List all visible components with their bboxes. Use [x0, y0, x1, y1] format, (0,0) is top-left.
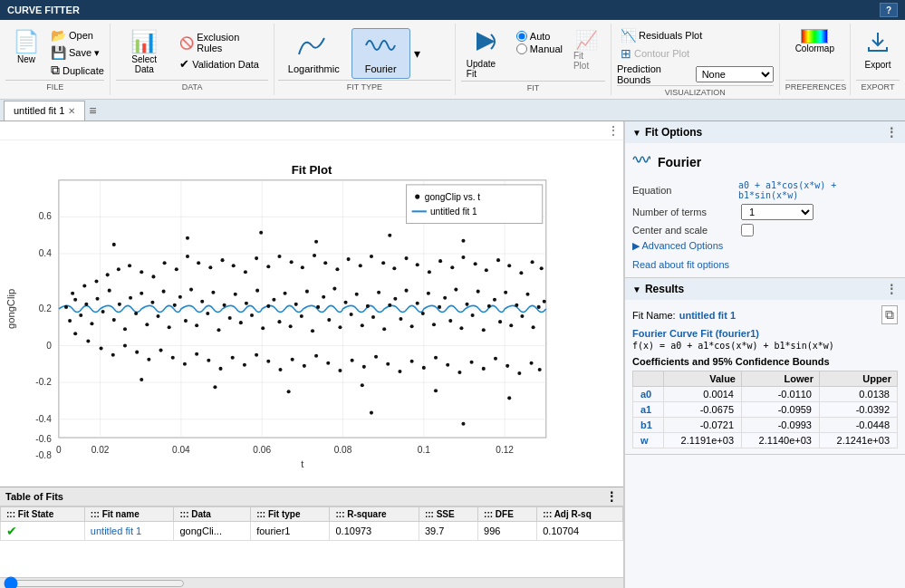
- results-cell-upper: -0.0448: [819, 418, 897, 433]
- center-scale-label: Center and scale: [632, 225, 741, 236]
- validation-data-button[interactable]: ✔ Validation Data: [176, 56, 268, 72]
- tab-close-button[interactable]: ✕: [68, 106, 75, 116]
- svg-point-63: [327, 318, 331, 322]
- svg-point-27: [129, 296, 132, 300]
- svg-point-79: [416, 302, 419, 305]
- svg-point-97: [515, 304, 518, 307]
- row-fit-type: fourier1: [251, 522, 330, 541]
- new-button[interactable]: 📄 New: [5, 27, 47, 66]
- fourier-button[interactable]: Fourier: [351, 28, 410, 79]
- tab-untitled-fit-1[interactable]: untitled fit 1 ✕: [4, 101, 85, 120]
- auto-radio-row[interactable]: Auto: [516, 31, 563, 42]
- logarithmic-button[interactable]: Logarithmic: [278, 28, 350, 79]
- fit-options-menu[interactable]: ⋮: [885, 125, 898, 140]
- duplicate-button[interactable]: ⧉ Duplicate: [47, 62, 108, 79]
- results-cell-name: b1: [633, 418, 664, 433]
- svg-point-46: [234, 293, 237, 296]
- svg-point-157: [218, 367, 222, 371]
- svg-point-85: [448, 319, 452, 323]
- svg-point-155: [195, 352, 198, 356]
- export-section-label: EXPORT: [856, 80, 900, 92]
- svg-point-184: [538, 368, 542, 371]
- fit-section-label: FIT: [461, 81, 605, 92]
- svg-point-54: [277, 320, 281, 323]
- chart-menu-button[interactable]: ⋮: [607, 123, 620, 138]
- svg-point-96: [509, 323, 513, 327]
- svg-point-94: [498, 320, 502, 323]
- row-r-square: 0.10973: [330, 522, 419, 541]
- auto-radio[interactable]: [516, 31, 527, 42]
- residuals-plot-icon: 📉: [621, 28, 636, 43]
- svg-point-158: [231, 356, 235, 360]
- x-tick-0: 0: [56, 445, 62, 455]
- save-button[interactable]: 💾 Save ▾: [47, 44, 108, 61]
- svg-point-53: [272, 298, 275, 302]
- export-icon: [865, 29, 891, 60]
- svg-point-75: [393, 297, 397, 301]
- svg-point-30: [145, 323, 149, 326]
- svg-point-141: [507, 264, 511, 267]
- residuals-plot-button[interactable]: 📉 Residuals Plot: [617, 27, 706, 43]
- num-terms-select[interactable]: 1234 5678: [741, 204, 814, 220]
- results-menu[interactable]: ⋮: [885, 282, 898, 296]
- svg-point-138: [474, 262, 477, 265]
- fit-options-header[interactable]: ▼ Fit Options ⋮: [625, 121, 905, 143]
- center-scale-checkbox[interactable]: [741, 224, 754, 236]
- check-icon: ✔: [6, 524, 17, 538]
- y-tick--0.2: -0.2: [35, 377, 52, 387]
- open-button[interactable]: 📂 Open: [47, 27, 108, 43]
- results-cell-upper: 2.1241e+03: [819, 433, 897, 448]
- svg-rect-199: [407, 185, 543, 224]
- save-icon: 💾: [51, 45, 66, 60]
- update-fit-button[interactable]: Update Fit: [461, 27, 511, 81]
- row-fit-name[interactable]: untitled fit 1: [84, 522, 174, 541]
- select-data-button[interactable]: 📊 Select Data: [116, 27, 172, 76]
- advanced-options-link[interactable]: ▶ Advanced Options: [632, 240, 898, 252]
- prediction-bounds-select[interactable]: None Functional Observation: [696, 66, 774, 82]
- manual-radio[interactable]: [516, 43, 527, 54]
- y-tick-0.0: 0: [46, 341, 52, 351]
- read-fit-options-link[interactable]: Read about fit options: [632, 259, 898, 270]
- svg-point-49: [250, 313, 254, 317]
- exclusion-rules-button[interactable]: 🚫 Exclusion Rules: [176, 31, 268, 54]
- num-terms-row: Number of terms 1234 5678: [632, 204, 898, 220]
- manual-radio-row[interactable]: Manual: [516, 43, 563, 54]
- horizontal-scrollbar[interactable]: [4, 580, 185, 587]
- validation-data-icon: ✔: [179, 57, 189, 71]
- data-section-label: DATA: [116, 80, 268, 92]
- colormap-label: Colormap: [795, 43, 834, 53]
- ribbon-prefs-section: Colormap PREFERENCES: [780, 24, 851, 95]
- svg-point-90: [477, 290, 480, 294]
- svg-point-179: [482, 367, 486, 371]
- new-label: New: [17, 54, 35, 64]
- results-header[interactable]: ▼ Results ⋮: [625, 278, 905, 300]
- ribbon-viz-section: 📉 Residuals Plot ⊞ Contour Plot Predicti…: [611, 24, 780, 95]
- tof-menu-button[interactable]: ⋮: [605, 489, 618, 504]
- svg-point-17: [73, 298, 77, 302]
- fittype-more-button[interactable]: ▾: [412, 43, 422, 64]
- svg-point-15: [64, 305, 68, 309]
- help-button[interactable]: ?: [880, 3, 898, 17]
- svg-point-32: [156, 314, 159, 318]
- svg-point-189: [388, 234, 391, 237]
- svg-point-52: [266, 304, 270, 308]
- svg-point-18: [79, 313, 82, 317]
- export-button[interactable]: Export: [856, 27, 900, 80]
- svg-point-174: [422, 366, 426, 370]
- copy-button[interactable]: ⧉: [881, 305, 898, 324]
- col-fit-state: ::: Fit State: [1, 507, 85, 522]
- svg-point-69: [361, 323, 364, 327]
- svg-point-180: [494, 357, 497, 361]
- results-cell-lower: -0.0993: [742, 418, 820, 433]
- svg-point-167: [338, 369, 342, 372]
- fit-name-link[interactable]: untitled fit 1: [91, 525, 141, 536]
- tab-more-button[interactable]: ≡: [89, 103, 96, 118]
- svg-point-121: [277, 255, 281, 258]
- colormap-button[interactable]: Colormap: [785, 27, 844, 80]
- svg-point-107: [117, 267, 120, 271]
- svg-point-35: [173, 304, 177, 307]
- svg-point-74: [388, 304, 391, 307]
- svg-point-81: [427, 292, 430, 295]
- svg-point-111: [163, 261, 167, 265]
- svg-point-28: [134, 312, 138, 315]
